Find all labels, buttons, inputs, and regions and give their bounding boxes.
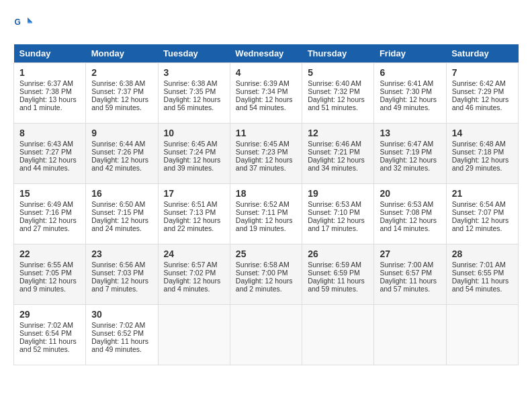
logo-icon: G: [13, 13, 34, 34]
sunrise-label: Sunrise: 6:59 AM: [308, 261, 361, 269]
calendar-cell: 2 Sunrise: 6:38 AM Sunset: 7:37 PM Dayli…: [86, 63, 158, 124]
sunset-label: Sunset: 7:21 PM: [308, 148, 360, 156]
column-header-tuesday: Tuesday: [158, 44, 230, 63]
calendar-table: SundayMondayTuesdayWednesdayThursdayFrid…: [13, 44, 519, 365]
daylight-label: Daylight: 12 hours and 34 minutes.: [308, 156, 365, 172]
sunset-label: Sunset: 7:11 PM: [236, 208, 288, 216]
calendar-cell: 27 Sunrise: 7:00 AM Sunset: 6:57 PM Dayl…: [374, 244, 446, 305]
daylight-label: Daylight: 12 hours and 4 minutes.: [164, 277, 221, 293]
sunset-label: Sunset: 7:07 PM: [452, 208, 504, 216]
sunrise-label: Sunrise: 6:55 AM: [19, 261, 73, 269]
calendar-cell: 30 Sunrise: 7:02 AM Sunset: 6:52 PM Dayl…: [86, 305, 158, 365]
sunset-label: Sunset: 6:57 PM: [380, 269, 432, 277]
sunset-label: Sunset: 7:32 PM: [308, 87, 360, 95]
sunset-label: Sunset: 7:26 PM: [91, 148, 144, 156]
calendar-cell: 29 Sunrise: 7:02 AM Sunset: 6:54 PM Dayl…: [14, 305, 86, 365]
sunrise-label: Sunrise: 6:43 AM: [19, 140, 73, 148]
day-number: 6: [380, 67, 440, 78]
sunset-label: Sunset: 7:27 PM: [19, 148, 72, 156]
day-number: 15: [19, 188, 80, 199]
day-number: 22: [19, 248, 80, 259]
calendar-cell: 21 Sunrise: 6:54 AM Sunset: 7:07 PM Dayl…: [446, 184, 518, 244]
day-number: 23: [91, 248, 152, 259]
day-number: 17: [164, 188, 224, 199]
calendar-cell: 14 Sunrise: 6:48 AM Sunset: 7:18 PM Dayl…: [446, 124, 518, 184]
day-number: 27: [380, 248, 440, 259]
daylight-label: Daylight: 12 hours and 22 minutes.: [164, 216, 221, 232]
calendar-cell: [374, 305, 446, 365]
day-number: 25: [236, 248, 296, 259]
daylight-label: Daylight: 12 hours and 51 minutes.: [308, 95, 365, 111]
sunrise-label: Sunrise: 6:48 AM: [452, 140, 506, 148]
sunrise-label: Sunrise: 6:40 AM: [308, 79, 361, 87]
sunrise-label: Sunrise: 6:49 AM: [19, 200, 73, 208]
sunrise-label: Sunrise: 6:38 AM: [164, 79, 218, 87]
sunset-label: Sunset: 7:02 PM: [164, 269, 216, 277]
day-number: 20: [380, 188, 440, 199]
sunset-label: Sunset: 7:00 PM: [236, 269, 288, 277]
day-number: 30: [91, 309, 152, 320]
calendar-cell: 1 Sunrise: 6:37 AM Sunset: 7:38 PM Dayli…: [14, 63, 86, 124]
sunrise-label: Sunrise: 6:45 AM: [236, 140, 290, 148]
sunset-label: Sunset: 7:37 PM: [91, 87, 144, 95]
column-header-sunday: Sunday: [14, 44, 86, 63]
daylight-label: Daylight: 12 hours and 19 minutes.: [236, 216, 293, 232]
calendar-cell: 23 Sunrise: 6:56 AM Sunset: 7:03 PM Dayl…: [86, 244, 158, 305]
calendar-cell: 10 Sunrise: 6:45 AM Sunset: 7:24 PM Dayl…: [158, 124, 230, 184]
header-row: SundayMondayTuesdayWednesdayThursdayFrid…: [14, 44, 519, 63]
week-row: 29 Sunrise: 7:02 AM Sunset: 6:54 PM Dayl…: [14, 305, 519, 365]
sunrise-label: Sunrise: 6:56 AM: [91, 261, 145, 269]
daylight-label: Daylight: 12 hours and 39 minutes.: [164, 156, 221, 172]
sunrise-label: Sunrise: 7:02 AM: [91, 321, 145, 329]
calendar-cell: [230, 305, 302, 365]
column-header-thursday: Thursday: [302, 44, 374, 63]
week-row: 1 Sunrise: 6:37 AM Sunset: 7:38 PM Dayli…: [14, 63, 519, 124]
day-number: 2: [91, 67, 152, 78]
sunrise-label: Sunrise: 6:38 AM: [91, 79, 145, 87]
sunset-label: Sunset: 7:15 PM: [91, 208, 144, 216]
sunset-label: Sunset: 7:23 PM: [236, 148, 288, 156]
calendar-cell: [302, 305, 374, 365]
sunset-label: Sunset: 7:34 PM: [236, 87, 288, 95]
daylight-label: Daylight: 12 hours and 49 minutes.: [380, 95, 437, 111]
week-row: 22 Sunrise: 6:55 AM Sunset: 7:05 PM Dayl…: [14, 244, 519, 305]
sunset-label: Sunset: 6:55 PM: [452, 269, 504, 277]
sunrise-label: Sunrise: 7:00 AM: [380, 261, 433, 269]
sunset-label: Sunset: 7:10 PM: [308, 208, 360, 216]
day-number: 19: [308, 188, 368, 199]
daylight-label: Daylight: 12 hours and 2 minutes.: [236, 277, 293, 293]
calendar-cell: [158, 305, 230, 365]
calendar-cell: 26 Sunrise: 6:59 AM Sunset: 6:59 PM Dayl…: [302, 244, 374, 305]
daylight-label: Daylight: 12 hours and 7 minutes.: [91, 277, 148, 293]
svg-marker-2: [28, 19, 33, 24]
sunset-label: Sunset: 6:52 PM: [91, 329, 144, 337]
column-header-saturday: Saturday: [446, 44, 518, 63]
sunset-label: Sunset: 6:54 PM: [19, 329, 72, 337]
day-number: 29: [19, 309, 80, 320]
day-number: 8: [19, 128, 80, 138]
day-number: 1: [19, 67, 80, 78]
calendar-cell: 15 Sunrise: 6:49 AM Sunset: 7:16 PM Dayl…: [14, 184, 86, 244]
day-number: 5: [308, 67, 368, 78]
sunset-label: Sunset: 7:38 PM: [19, 87, 72, 95]
calendar-cell: 3 Sunrise: 6:38 AM Sunset: 7:35 PM Dayli…: [158, 63, 230, 124]
daylight-label: Daylight: 12 hours and 12 minutes.: [452, 216, 509, 232]
sunrise-label: Sunrise: 6:53 AM: [380, 200, 433, 208]
sunset-label: Sunset: 7:08 PM: [380, 208, 432, 216]
daylight-label: Daylight: 12 hours and 17 minutes.: [308, 216, 365, 232]
sunset-label: Sunset: 7:13 PM: [164, 208, 216, 216]
daylight-label: Daylight: 11 hours and 57 minutes.: [380, 277, 437, 293]
daylight-label: Daylight: 12 hours and 56 minutes.: [164, 95, 221, 111]
daylight-label: Daylight: 12 hours and 14 minutes.: [380, 216, 437, 232]
sunrise-label: Sunrise: 6:51 AM: [164, 200, 218, 208]
day-number: 11: [236, 128, 296, 138]
day-number: 16: [91, 188, 152, 199]
column-header-friday: Friday: [374, 44, 446, 63]
day-number: 28: [452, 248, 513, 259]
daylight-label: Daylight: 11 hours and 52 minutes.: [19, 337, 77, 353]
sunrise-label: Sunrise: 6:44 AM: [91, 140, 145, 148]
day-number: 12: [308, 128, 368, 138]
column-header-monday: Monday: [86, 44, 158, 63]
calendar-cell: 4 Sunrise: 6:39 AM Sunset: 7:34 PM Dayli…: [230, 63, 302, 124]
week-row: 8 Sunrise: 6:43 AM Sunset: 7:27 PM Dayli…: [14, 124, 519, 184]
